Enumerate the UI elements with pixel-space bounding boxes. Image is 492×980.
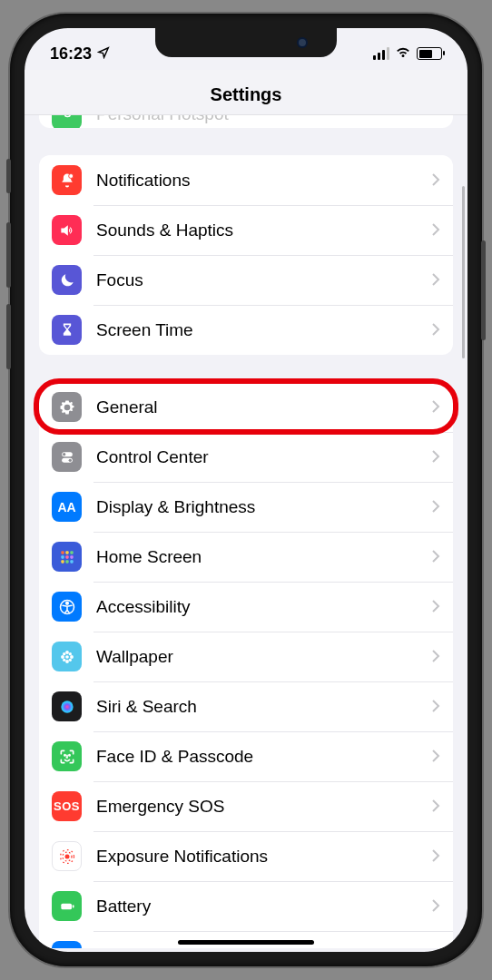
home-indicator[interactable] [178,940,314,945]
chevron-right-icon [431,318,440,342]
chevron-right-icon [431,845,440,868]
chevron-right-icon [431,945,440,949]
speaker-icon [52,215,82,245]
faceid-icon [52,741,82,771]
settings-scroll[interactable]: Personal Hotspot Notifications Sounds & … [25,115,467,948]
settings-row-control-center[interactable]: Control Center [39,432,453,482]
svg-rect-7 [70,551,73,554]
scroll-indicator[interactable] [462,186,465,358]
settings-row-display[interactable]: AA Display & Brightness [39,482,453,532]
chevron-right-icon [431,745,440,769]
settings-row-general[interactable]: General [39,382,453,432]
settings-row-screentime[interactable]: Screen Time [39,305,453,355]
settings-row-notifications[interactable]: Notifications [39,155,453,205]
wifi-icon [395,44,411,64]
svg-point-19 [61,655,64,659]
battery-icon [52,891,82,921]
chevron-right-icon [431,269,440,292]
chevron-right-icon [431,495,440,519]
svg-point-15 [65,602,68,604]
settings-row-sounds[interactable]: Sounds & Haptics [39,205,453,255]
svg-rect-8 [61,555,64,558]
svg-point-2 [63,453,65,456]
svg-point-23 [63,658,65,661]
svg-rect-13 [70,560,73,563]
settings-row-wallpaper[interactable]: Wallpaper [39,632,453,681]
chevron-right-icon [431,695,440,719]
chevron-right-icon [431,795,440,818]
battery-icon-status [417,47,442,60]
location-arrow-icon [97,44,110,64]
settings-row-siri[interactable]: Siri & Search [39,681,453,731]
svg-point-25 [61,701,73,712]
svg-rect-11 [61,560,64,563]
phone-frame: 16:23 Settings [10,14,482,966]
switches-icon [52,442,82,472]
chevron-right-icon [431,545,440,569]
settings-row-exposure[interactable]: Exposure Notifications [39,831,453,881]
svg-point-24 [68,658,71,661]
chevron-right-icon [431,396,440,419]
cellular-signal-icon [373,47,389,60]
status-time: 16:23 [50,44,92,64]
svg-rect-5 [61,551,64,554]
svg-rect-32 [72,905,74,907]
svg-rect-6 [65,551,68,554]
svg-point-20 [70,655,74,659]
bell-badge-icon [52,165,82,195]
moon-icon [52,265,82,295]
settings-row-focus[interactable]: Focus [39,255,453,305]
chevron-right-icon [431,895,440,918]
notch [155,28,337,57]
svg-point-16 [65,655,69,659]
page-title: Settings [25,70,467,115]
accessibility-icon [52,592,82,622]
svg-rect-31 [61,903,72,909]
screen: 16:23 Settings [25,28,467,952]
hourglass-icon [52,315,82,345]
svg-point-4 [68,458,71,461]
svg-rect-10 [70,555,73,558]
hand-icon [52,941,82,948]
siri-icon [52,691,82,721]
settings-row-accessibility[interactable]: Accessibility [39,582,453,632]
settings-group-2: General Control Center AA Display & Brig… [39,382,453,948]
chevron-right-icon [431,219,440,242]
svg-point-26 [64,754,64,755]
gear-icon [52,392,82,422]
svg-rect-9 [65,555,68,558]
svg-point-17 [65,651,69,654]
svg-point-22 [68,652,71,655]
settings-group-partial: Personal Hotspot [39,115,453,128]
flower-icon [52,642,82,671]
chevron-right-icon [431,645,440,669]
settings-group-1: Notifications Sounds & Haptics Focus [39,155,453,355]
text-size-icon: AA [52,492,82,522]
link-icon [52,115,82,128]
svg-point-18 [65,660,69,663]
svg-point-27 [68,754,69,755]
chevron-right-icon [431,446,440,469]
settings-row-home-screen[interactable]: Home Screen [39,532,453,582]
sos-icon: SOS [52,791,82,821]
chevron-right-icon [431,595,440,619]
settings-row-battery[interactable]: Battery [39,881,453,931]
svg-point-28 [64,854,69,858]
settings-row-personal-hotspot[interactable]: Personal Hotspot [39,115,453,128]
exposure-icon [52,841,82,871]
settings-row-faceid[interactable]: Face ID & Passcode [39,731,453,781]
svg-point-21 [63,652,65,655]
chevron-right-icon [431,169,440,192]
grid-icon [52,542,82,572]
svg-rect-12 [65,560,68,563]
settings-row-sos[interactable]: SOS Emergency SOS [39,781,453,831]
svg-point-0 [68,173,73,178]
